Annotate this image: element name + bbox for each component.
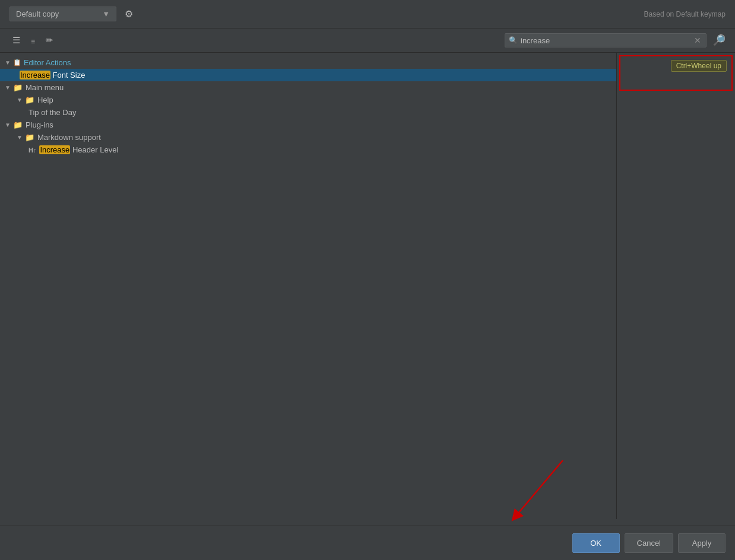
shortcut-box: Ctrl+Wheel up [619,55,733,91]
collapse-icon: ☰ [12,35,20,45]
expand-arrow-main-menu: ▼ [5,84,11,91]
toolbar-actions: ☰ ≡ ✏ [9,33,56,47]
header-icon: H↑ [28,147,36,154]
right-panel: Ctrl+Wheel up [616,53,735,519]
search-input[interactable] [521,36,690,45]
main-menu-icon: 📁 [13,83,23,92]
tree-item-editor-actions[interactable]: ▼ 📋 Editor Actions [0,56,616,69]
bottom-bar: OK Cancel Apply [0,526,735,560]
tree-item-tip-of-the-day[interactable]: Tip of the Day [0,106,616,119]
tip-label: Tip of the Day [28,108,76,117]
expand-icon: ≡ [31,37,35,46]
top-bar: Default copy ▼ ⚙ Based on Default keymap [0,0,735,28]
ok-button[interactable]: OK [572,533,620,553]
markdown-label: Markdown support [37,133,101,142]
search-options-button[interactable]: 🔎 [712,34,726,47]
highlight-increase: Increase [20,71,50,79]
help-label: Help [37,96,53,104]
plugins-icon: 📁 [13,120,23,129]
search-clear-button[interactable]: ✕ [693,36,702,45]
search-icon: 🔍 [509,36,518,44]
search-area: 🔍 ✕ 🔎 [505,33,726,47]
apply-button[interactable]: Apply [678,533,726,553]
markdown-icon: 📁 [25,133,34,142]
expand-all-button[interactable]: ≡ [28,34,38,47]
tree-item-main-menu[interactable]: ▼ 📁 Main menu [0,81,616,94]
main-menu-label: Main menu [26,83,64,92]
expand-arrow-markdown: ▼ [17,134,23,141]
main-content: ▼ 📋 Editor Actions Increase Font Size ▼ … [0,53,735,519]
editor-actions-label: Editor Actions [24,58,71,67]
plugins-label: Plug-ins [26,120,53,129]
highlight-increase-header: Increase [39,145,70,154]
top-bar-left: Default copy ▼ ⚙ [9,6,135,22]
expand-arrow-editor-actions: ▼ [5,59,11,66]
tree-panel: ▼ 📋 Editor Actions Increase Font Size ▼ … [0,53,616,519]
tree-item-increase-header-level[interactable]: H↑ Increase Header Level [0,144,616,156]
dropdown-arrow-icon: ▼ [102,9,110,18]
tree-item-markdown-support[interactable]: ▼ 📁 Markdown support [0,131,616,144]
keymap-label: Default copy [16,9,59,18]
based-on-label: Based on Default keymap [644,10,726,18]
gear-button[interactable]: ⚙ [122,6,135,22]
expand-arrow-help: ▼ [17,97,23,103]
tree-item-plug-ins[interactable]: ▼ 📁 Plug-ins [0,119,616,131]
shortcut-tag[interactable]: Ctrl+Wheel up [671,60,727,72]
keymap-dropdown[interactable]: Default copy ▼ [9,7,116,21]
help-icon: 📁 [25,96,34,104]
search-box: 🔍 ✕ [505,33,707,47]
editor-actions-icon: 📋 [13,59,21,66]
edit-button[interactable]: ✏ [43,33,56,47]
increase-font-size-label: Increase Font Size [20,71,85,79]
tree-item-help[interactable]: ▼ 📁 Help [0,94,616,106]
font-size-rest-label: Font Size [53,71,85,79]
toolbar: ☰ ≡ ✏ 🔍 ✕ 🔎 [0,28,735,53]
tree-item-increase-font-size[interactable]: Increase Font Size [0,69,616,81]
header-level-rest-label: Header Level [72,145,118,154]
search-options-icon: 🔎 [712,34,726,46]
pencil-icon: ✏ [46,35,53,45]
expand-arrow-plugins: ▼ [5,122,11,128]
collapse-all-button[interactable]: ☰ [9,33,23,47]
increase-header-level-label: Increase Header Level [39,145,118,154]
cancel-button[interactable]: Cancel [625,533,673,553]
